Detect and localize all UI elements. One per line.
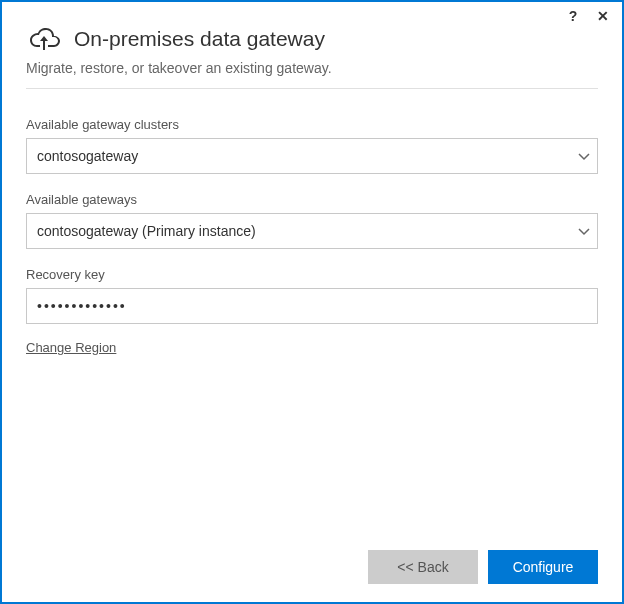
recovery-key-input[interactable] (26, 288, 598, 324)
close-icon[interactable]: ✕ (594, 8, 612, 24)
recovery-label: Recovery key (26, 267, 598, 282)
back-button[interactable]: << Back (368, 550, 478, 584)
form: Available gateway clusters contosogatewa… (2, 117, 622, 356)
gateways-select-value[interactable]: contosogateway (Primary instance) (26, 213, 598, 249)
clusters-select[interactable]: contosogateway (26, 138, 598, 174)
gateways-label: Available gateways (26, 192, 598, 207)
gateways-select[interactable]: contosogateway (Primary instance) (26, 213, 598, 249)
page-subtitle: Migrate, restore, or takeover an existin… (2, 60, 622, 88)
clusters-select-value[interactable]: contosogateway (26, 138, 598, 174)
clusters-label: Available gateway clusters (26, 117, 598, 132)
help-icon[interactable]: ? (564, 8, 582, 24)
cloud-upload-icon (26, 24, 62, 54)
titlebar: ? ✕ (2, 2, 622, 24)
page-title: On-premises data gateway (74, 27, 325, 51)
divider (26, 88, 598, 89)
configure-button[interactable]: Configure (488, 550, 598, 584)
footer: << Back Configure (368, 550, 598, 584)
header: On-premises data gateway (2, 24, 622, 60)
change-region-link[interactable]: Change Region (26, 340, 116, 355)
